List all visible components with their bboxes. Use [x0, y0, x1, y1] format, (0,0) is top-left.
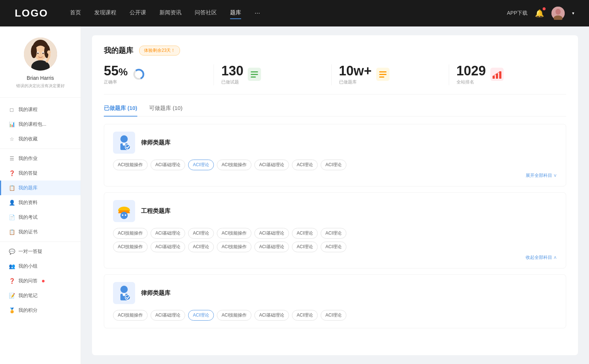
exam-icon: 📄	[9, 214, 15, 220]
tag-3-7[interactable]: ACI理论	[321, 310, 346, 321]
tag-3-3[interactable]: ACI理论	[188, 310, 214, 321]
tag-2-3[interactable]: ACI理论	[188, 228, 214, 239]
sidebar-item-exam[interactable]: 📄 我的考试	[0, 210, 81, 225]
sidebar-item-notes[interactable]: 📝 我的笔记	[0, 288, 81, 303]
tag-2-13[interactable]: ACI理论	[292, 242, 318, 252]
nav-more[interactable]: ···	[254, 9, 260, 18]
tag-1-7[interactable]: ACI理论	[321, 160, 346, 170]
qb-header: 我的题库 体验剩余23天！	[104, 46, 566, 56]
sidebar-item-label: 我的课程包...	[18, 121, 46, 128]
avatar-chevron-icon[interactable]: ▾	[572, 11, 574, 16]
tag-2-11[interactable]: ACI技能操作	[217, 242, 251, 252]
tag-3-1[interactable]: ACI技能操作	[113, 310, 148, 321]
sidebar-item-label: 我的题库	[18, 185, 38, 191]
tag-2-8[interactable]: ACI技能操作	[113, 242, 148, 252]
sidebar-item-homework[interactable]: ☰ 我的作业	[0, 151, 81, 166]
nav-open-course[interactable]: 公开课	[130, 9, 146, 18]
nav-discover[interactable]: 发现课程	[94, 9, 116, 18]
tab-available[interactable]: 可做题库 (10)	[149, 105, 183, 116]
bell-icon: 🔔	[535, 9, 544, 17]
sidebar-profile: Brian Harris 错误的决定比没有决定要好	[0, 38, 81, 98]
sidebar-item-questions[interactable]: ❓ 我的问答	[0, 274, 81, 288]
sidebar-item-oneone[interactable]: 💬 一对一答疑	[0, 244, 81, 259]
donut-chart-icon	[132, 68, 145, 81]
svg-point-12	[37, 53, 39, 54]
app-download-button[interactable]: APP下载	[507, 10, 528, 17]
qb-card-header-3: 律师类题库	[113, 282, 557, 304]
tag-2-10[interactable]: ACI理论	[188, 242, 214, 252]
tag-3-6[interactable]: ACI理论	[292, 310, 318, 321]
certificate-icon: 📋	[9, 229, 15, 235]
qb-card-icon-2	[113, 200, 135, 222]
tag-2-2[interactable]: ACI基础理论	[151, 228, 185, 239]
sidebar-item-certificate[interactable]: 📋 我的证书	[0, 225, 81, 239]
profile-avatar-svg	[24, 38, 57, 71]
tag-1-1[interactable]: ACI技能操作	[113, 160, 148, 170]
questions-icon: ❓	[9, 278, 15, 284]
qb-collapse-2[interactable]: 收起全部科目 ∧	[113, 254, 557, 261]
qb-card-title-3: 律师类题库	[141, 289, 170, 297]
stat-questions-value: 130	[221, 64, 243, 78]
sidebar-item-points[interactable]: 🏅 我的积分	[0, 303, 81, 318]
tag-3-5[interactable]: ACI基础理论	[254, 310, 289, 321]
engineer-icon	[115, 202, 133, 220]
avatar[interactable]	[551, 7, 565, 20]
nav-home[interactable]: 首页	[70, 9, 81, 18]
qb-container: 我的题库 体验剩余23天！ 55% 正确率	[92, 35, 578, 355]
svg-point-30	[120, 135, 128, 143]
lawyer-icon-2	[115, 284, 133, 302]
sidebar-item-packages[interactable]: 📊 我的课程包...	[0, 117, 81, 132]
tag-2-6[interactable]: ACI理论	[292, 228, 318, 239]
tag-2-1[interactable]: ACI技能操作	[113, 228, 148, 239]
tag-2-9[interactable]: ACI基础理论	[151, 242, 185, 252]
tag-1-5[interactable]: ACI基础理论	[254, 160, 289, 170]
qb-expand-1[interactable]: 展开全部科目 ∨	[113, 172, 557, 179]
nav-links: 首页 发现课程 公开课 新闻资讯 问答社区 题库 ···	[70, 9, 507, 18]
navbar-right: APP下载 🔔 ▾	[507, 7, 574, 20]
svg-rect-19	[251, 71, 258, 72]
sidebar-item-group[interactable]: 👥 我的小组	[0, 259, 81, 274]
tag-1-6[interactable]: ACI理论	[292, 160, 318, 170]
svg-rect-25	[379, 76, 384, 78]
stat-banks-value-group: 10w+ 已做题库	[339, 64, 372, 85]
svg-rect-27	[493, 76, 495, 79]
group-icon: 👥	[9, 263, 15, 269]
favorites-icon: ☆	[9, 136, 15, 142]
qb-card-lawyer-2: 律师类题库 ACI技能操作 ACI基础理论 ACI理论 ACI技能操作 ACI基…	[104, 274, 566, 328]
stat-questions-value-group: 130 已做试题	[221, 64, 243, 85]
sidebar-item-label: 一对一答疑	[18, 248, 42, 255]
tag-2-7[interactable]: ACI理论	[321, 228, 346, 239]
sidebar-item-qbank[interactable]: 📋 我的题库	[0, 181, 81, 195]
tag-1-3[interactable]: ACI理论	[188, 160, 214, 170]
nav-qbank[interactable]: 题库	[230, 9, 241, 18]
tabs-row: 已做题库 (10) 可做题库 (10)	[104, 105, 566, 117]
stat-rank-value: 1029	[456, 64, 486, 78]
page-wrapper: Brian Harris 错误的决定比没有决定要好 ◻ 我的课程 📊 我的课程包…	[0, 0, 589, 364]
svg-rect-29	[499, 71, 501, 79]
homework-icon: ☰	[9, 156, 15, 161]
svg-point-37	[120, 212, 128, 219]
notification-bell[interactable]: 🔔	[535, 9, 544, 18]
tag-1-2[interactable]: ACI基础理论	[151, 160, 185, 170]
tag-2-14[interactable]: ACI理论	[321, 242, 346, 252]
tab-done[interactable]: 已做题库 (10)	[104, 105, 137, 116]
nav-news[interactable]: 新闻资讯	[159, 9, 181, 18]
tag-2-5[interactable]: ACI基础理论	[254, 228, 289, 239]
sidebar-user-name: Brian Harris	[27, 75, 54, 81]
sidebar-item-courses[interactable]: ◻ 我的课程	[0, 102, 81, 117]
sidebar-item-favorites[interactable]: ☆ 我的收藏	[0, 132, 81, 146]
tag-3-2[interactable]: ACI基础理论	[151, 310, 185, 321]
svg-rect-23	[379, 71, 387, 72]
stat-banks-label: 已做题库	[339, 79, 372, 85]
tag-3-4[interactable]: ACI技能操作	[217, 310, 251, 321]
nav-qa[interactable]: 问答社区	[195, 9, 217, 18]
tag-2-4[interactable]: ACI技能操作	[217, 228, 251, 239]
sidebar-item-qa[interactable]: ❓ 我的答疑	[0, 166, 81, 181]
sidebar-menu: ◻ 我的课程 📊 我的课程包... ☆ 我的收藏 ☰ 我的作业 ❓ 我的答疑 📋	[0, 98, 81, 322]
tag-1-4[interactable]: ACI技能操作	[217, 160, 251, 170]
qb-card-title-1: 律师类题库	[141, 139, 170, 147]
tag-2-12[interactable]: ACI基础理论	[254, 242, 289, 252]
sidebar-item-profile[interactable]: 👤 我的资料	[0, 195, 81, 210]
logo: LOGO	[15, 7, 48, 19]
stat-accuracy-value-group: 55% 正确率	[104, 64, 128, 85]
